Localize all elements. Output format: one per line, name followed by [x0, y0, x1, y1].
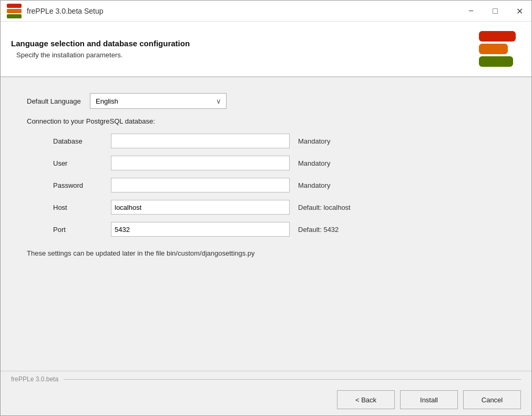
logo-bar-orange: [7, 9, 22, 13]
port-input[interactable]: [111, 222, 290, 237]
password-hint: Mandatory: [298, 181, 330, 189]
port-label: Port: [53, 226, 111, 234]
minimize-button[interactable]: −: [459, 1, 483, 22]
host-hint: Default: localhost: [298, 204, 351, 211]
user-input[interactable]: [111, 156, 290, 170]
title-bar-controls: − □ ✕: [459, 1, 531, 21]
install-button[interactable]: Install: [400, 390, 458, 409]
main-content: Default Language English French German S…: [1, 77, 531, 371]
icon-bar-orange: [479, 44, 508, 54]
header-title: Language selection and database configur…: [11, 39, 190, 48]
password-label: Password: [53, 181, 111, 189]
db-section-label: Connection to your PostgreSQL database:: [27, 117, 505, 125]
user-label: User: [53, 159, 111, 167]
cancel-button[interactable]: Cancel: [463, 390, 521, 409]
header-section: Language selection and database configur…: [1, 22, 531, 77]
db-form: Database Mandatory User Mandatory Passwo…: [27, 134, 505, 237]
main-window: frePPLe 3.0.beta Setup − □ ✕ Language se…: [0, 0, 532, 416]
database-label: Database: [53, 137, 111, 145]
host-row: Host Default: localhost: [27, 200, 505, 215]
icon-bar-green: [479, 56, 513, 67]
close-button[interactable]: ✕: [507, 1, 531, 22]
icon-bar-red: [479, 31, 516, 42]
title-bar-left: frePPLe 3.0.beta Setup: [7, 4, 104, 18]
password-input[interactable]: [111, 178, 290, 192]
title-bar: frePPLe 3.0.beta Setup − □ ✕: [1, 1, 531, 22]
back-button[interactable]: < Back: [337, 390, 395, 409]
bottom-bar: frePPLe 3.0.beta < Back Install Cancel: [1, 371, 531, 415]
header-icon: [479, 31, 516, 67]
header-subtitle: Specify the installation parameters.: [16, 51, 190, 59]
version-label: frePPLe 3.0.beta: [11, 376, 58, 383]
maximize-button[interactable]: □: [483, 1, 507, 22]
app-logo: [7, 4, 22, 18]
footer-note: These settings can be updated later in t…: [27, 249, 505, 257]
user-hint: Mandatory: [298, 159, 330, 167]
user-row: User Mandatory: [27, 156, 505, 170]
language-select[interactable]: English French German Spanish Chinese Ja…: [90, 93, 227, 109]
button-row: < Back Install Cancel: [11, 390, 521, 409]
database-input[interactable]: [111, 134, 290, 148]
logo-bar-red: [7, 4, 22, 8]
host-label: Host: [53, 204, 111, 211]
logo-bar-green: [7, 14, 22, 18]
language-select-wrapper: English French German Spanish Chinese Ja…: [90, 93, 227, 109]
host-input[interactable]: [111, 200, 290, 215]
divider-line: [64, 379, 521, 380]
window-title: frePPLe 3.0.beta Setup: [27, 7, 104, 15]
language-label: Default Language: [27, 97, 90, 105]
header-text: Language selection and database configur…: [11, 39, 190, 59]
version-divider: frePPLe 3.0.beta: [11, 376, 521, 383]
port-hint: Default: 5432: [298, 226, 339, 234]
database-row: Database Mandatory: [27, 134, 505, 148]
port-row: Port Default: 5432: [27, 222, 505, 237]
database-hint: Mandatory: [298, 137, 330, 145]
password-row: Password Mandatory: [27, 178, 505, 192]
language-row: Default Language English French German S…: [27, 93, 505, 109]
